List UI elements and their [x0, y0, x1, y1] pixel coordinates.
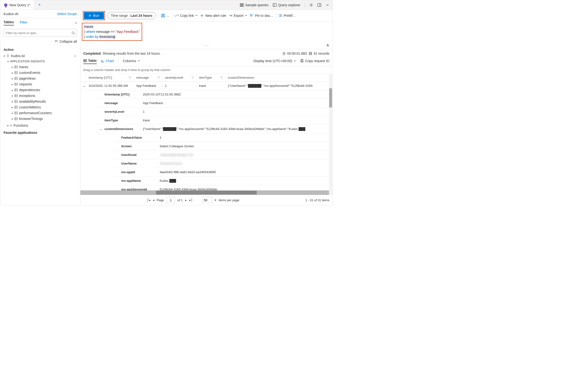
page-input[interactable]	[166, 197, 175, 203]
run-button[interactable]: Run	[84, 12, 104, 19]
node-functions[interactable]: ▸ fx Functions	[4, 122, 77, 128]
plus-icon	[200, 14, 204, 17]
chevron-down-icon	[245, 14, 247, 17]
fx-icon: fx	[10, 124, 12, 127]
export-icon	[228, 14, 232, 17]
node-custommetrics[interactable]: ▸customMetrics	[4, 104, 77, 110]
time-range-picker[interactable]: Time range : Last 24 hours	[107, 12, 156, 19]
col-customdimensions[interactable]: customDimensions	[226, 74, 332, 81]
query-toolbar: Run Time range : Last 24 hours … Copy li…	[80, 10, 332, 21]
svg-rect-5	[242, 6, 243, 7]
node-availability[interactable]: ▸availabilityResults	[4, 99, 77, 104]
grid-header: timestamp [UTC]▽ message▽ severityLevel▽…	[80, 74, 332, 82]
export-button[interactable]: Export	[228, 14, 247, 17]
next-page-button[interactable]: ▸	[185, 198, 187, 202]
status-completed: Completed	[83, 52, 101, 55]
col-message[interactable]: message▽	[134, 74, 163, 81]
pin-button[interactable]: Pin to das…	[250, 14, 273, 17]
columns-dropdown[interactable]: Columns	[123, 59, 140, 64]
svg-rect-61	[84, 60, 86, 62]
node-exceptions[interactable]: ▸exceptions	[4, 93, 77, 99]
copy-request-id-button[interactable]: Copy request ID	[300, 59, 329, 64]
sample-queries-button[interactable]: Sample queries	[240, 3, 268, 7]
node-browsertimings[interactable]: ▸browserTimings	[4, 116, 77, 122]
page-size-dropdown[interactable]: ▾	[215, 198, 216, 202]
new-tab-button[interactable]: +	[34, 2, 45, 8]
caret-right-icon: ▸	[12, 112, 13, 114]
svg-rect-18	[15, 71, 17, 74]
caret-right-icon: ▸	[8, 124, 9, 127]
collapse-icon	[55, 39, 58, 43]
collapse-up-icon[interactable]	[326, 43, 329, 47]
collapse-all-button[interactable]: Collapse all	[0, 38, 80, 45]
first-page-button[interactable]: ⎮◂	[147, 198, 150, 202]
star-icon[interactable]: ☆	[74, 54, 77, 58]
table-icon	[14, 106, 18, 109]
tab-table[interactable]: Table	[83, 59, 97, 64]
table-icon	[14, 88, 18, 92]
node-pageviews[interactable]: ▸pageViews	[4, 76, 77, 81]
scope-name: Kudos-AI	[4, 12, 18, 16]
node-perfcounters[interactable]: ▸performanceCounters	[4, 110, 77, 116]
records-icon	[309, 52, 312, 55]
table-icon	[14, 94, 18, 97]
tab-chart[interactable]: Chart	[101, 59, 114, 64]
col-timestamp[interactable]: timestamp [UTC]▽	[86, 74, 134, 81]
chevron-down-icon	[195, 14, 198, 17]
editor-resize-handle[interactable]: ⋯	[80, 42, 332, 49]
svg-rect-46	[15, 112, 17, 114]
highlight-query: traces | where message == "App Feedback"…	[82, 23, 142, 41]
cell-customdimensions: {"UserName":"██████","ms-appSessionId":"…	[226, 82, 332, 90]
filter-icon[interactable]: ▽	[129, 76, 131, 79]
col-severity[interactable]: severityLevel▽	[163, 74, 197, 81]
svg-rect-42	[15, 106, 17, 109]
collapse-panel-icon[interactable]: «	[75, 21, 77, 25]
panel-icon[interactable]	[317, 3, 321, 7]
col-expand	[80, 74, 86, 81]
save-button[interactable]: …	[161, 14, 170, 17]
node-customevents[interactable]: ▸customEvents	[4, 70, 77, 76]
filter-icon[interactable]: ▽	[192, 76, 194, 79]
filter-pill[interactable]: Filter	[20, 20, 27, 25]
node-requests[interactable]: ▸requests	[4, 81, 77, 87]
root-node[interactable]: ▾ Kudos-AI ☆	[4, 53, 77, 59]
query-time: 00:00:01.883	[282, 52, 307, 55]
group-hint[interactable]: Drag a column header and drop it here to…	[80, 66, 332, 74]
table-row[interactable]: ⌄ 3/10/2020, 11:51:55.366 AM App Feedbac…	[80, 82, 332, 90]
query-editor[interactable]: traces | where message == "App Feedback"…	[80, 21, 332, 49]
chevron-down-icon[interactable]	[326, 3, 329, 7]
query-explorer-button[interactable]: Query explorer	[273, 3, 300, 7]
gear-icon[interactable]	[309, 3, 313, 7]
tables-pill[interactable]: Tables	[4, 20, 14, 25]
col-itemtype[interactable]: itemType▽	[197, 74, 226, 81]
svg-point-11	[72, 32, 74, 34]
expand-cd-icon[interactable]: ⌄	[97, 125, 104, 133]
horizontal-scrollbar[interactable]	[80, 191, 332, 195]
prettify-button[interactable]: Prettif…	[279, 14, 296, 17]
table-icon	[14, 77, 18, 80]
prev-page-button[interactable]: ◂	[153, 198, 154, 202]
page-size-input[interactable]	[202, 197, 212, 203]
caret-down-icon: ▾	[4, 55, 5, 57]
search-input[interactable]	[4, 29, 77, 37]
chart-icon	[101, 59, 104, 63]
svg-point-8	[311, 4, 312, 6]
display-time-dropdown[interactable]: Display time (UTC+00:00)	[253, 59, 296, 64]
last-page-button[interactable]: ▸⎮	[189, 198, 193, 202]
filter-icon[interactable]: ▽	[220, 76, 223, 79]
copy-link-button[interactable]: Copy link	[175, 14, 198, 17]
results-grid: timestamp [UTC]▽ message▽ severityLevel▽…	[80, 74, 332, 191]
select-scope-button[interactable]: Select Scope	[57, 12, 77, 16]
query-tab[interactable]: New Query 1*	[0, 0, 34, 10]
filter-icon[interactable]: ▽	[157, 76, 160, 79]
new-alert-button[interactable]: New alert rule	[200, 14, 226, 17]
node-dependencies[interactable]: ▸dependencies	[4, 87, 77, 93]
group-app-insights[interactable]: ▾ APPLICATION INSIGHTS	[4, 59, 77, 64]
vertical-scrollbar[interactable]	[329, 74, 332, 195]
pager-summary: 1 - 31 of 31 items	[306, 198, 329, 202]
svg-rect-34	[15, 94, 17, 97]
active-section: Active	[4, 48, 77, 52]
node-traces[interactable]: ▸traces	[4, 64, 77, 70]
expand-row-icon[interactable]: ⌄	[80, 82, 86, 90]
svg-rect-6	[273, 4, 276, 7]
